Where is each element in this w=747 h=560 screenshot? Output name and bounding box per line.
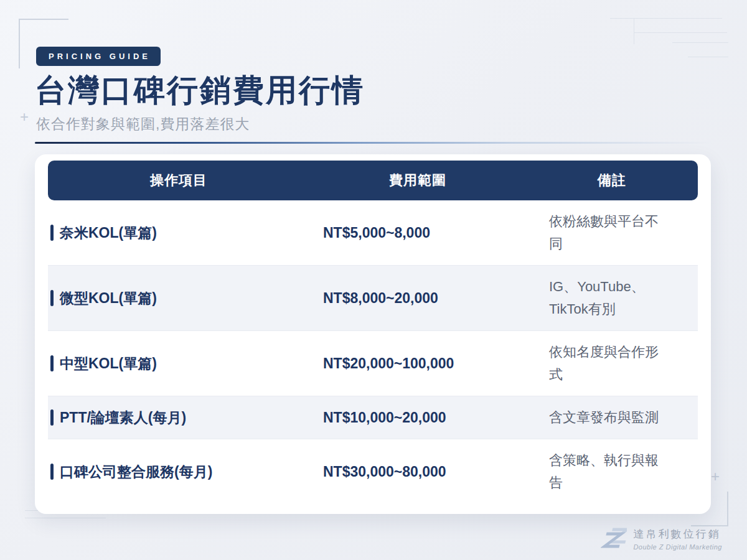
table-cell-item: PTT/論壇素人(每月) <box>48 396 309 439</box>
price-value: NT$10,000~20,000 <box>323 409 446 426</box>
price-value: NT$5,000~8,000 <box>323 225 430 241</box>
table-cell-note: 依粉絲數與平台不同 <box>526 200 698 265</box>
table-cell-note: 依知名度與合作形式 <box>526 331 698 396</box>
item-label: PTT/論壇素人(每月) <box>60 406 186 429</box>
decor-line <box>672 42 728 43</box>
note-text: 依知名度與合作形式 <box>549 341 664 386</box>
pricing-slide: + + PRICING GUIDE 台灣口碑行銷費用行情 依合作對象與範圍,費用… <box>0 0 747 560</box>
plus-mark-left: + <box>20 110 29 124</box>
table-cell-price: NT$8,000~20,000 <box>309 277 526 319</box>
decor-line <box>634 18 634 44</box>
logo-company-name: 達帛利數位行銷 <box>633 527 722 541</box>
table-cell-item: 口碑公司整合服務(每月) <box>48 450 309 493</box>
price-value: NT$8,000~20,000 <box>323 290 438 306</box>
note-text: 含文章發布與監測 <box>549 406 664 429</box>
price-value: NT$30,000~80,000 <box>323 464 446 480</box>
gradient-divider <box>35 142 712 144</box>
table-cell-price: NT$30,000~80,000 <box>309 450 526 493</box>
item-label: 奈米KOL(單篇) <box>60 222 157 244</box>
page-subtitle: 依合作對象與範圍,費用落差很大 <box>36 114 250 134</box>
table-cell-item: 中型KOL(單篇) <box>48 342 309 385</box>
note-text: 依粉絲數與平台不同 <box>549 210 664 255</box>
item-accent-bar <box>50 225 54 241</box>
logo-text-block: 達帛利數位行銷 Double Z Digital Marketing <box>633 527 722 551</box>
price-value: NT$20,000~100,000 <box>323 355 454 371</box>
table-row: PTT/論壇素人(每月) NT$10,000~20,000 含文章發布與監測 <box>48 396 698 439</box>
table-cell-item: 奈米KOL(單篇) <box>48 212 309 254</box>
table-cell-price: NT$20,000~100,000 <box>309 342 526 385</box>
double-z-logo-icon <box>601 526 627 551</box>
decor-line <box>25 518 106 518</box>
decor-line <box>634 32 727 33</box>
table-cell-note: 含文章發布與監測 <box>526 396 698 439</box>
column-header-price: 費用範圍 <box>309 171 526 190</box>
note-text: IG、YouTube、TikTok有別 <box>549 276 664 320</box>
pricing-guide-badge: PRICING GUIDE <box>36 47 161 66</box>
column-header-item: 操作項目 <box>48 171 309 190</box>
item-accent-bar <box>50 409 54 426</box>
table-row: 中型KOL(單篇) NT$20,000~100,000 依知名度與合作形式 <box>48 330 698 396</box>
item-label: 口碑公司整合服務(每月) <box>60 460 212 483</box>
decor-line <box>610 18 722 19</box>
decor-line <box>688 57 728 57</box>
table-header-row: 操作項目 費用範圍 備註 <box>48 161 698 200</box>
table-body: 奈米KOL(單篇) NT$5,000~8,000 依粉絲數與平台不同 微型KOL… <box>48 200 698 504</box>
item-accent-bar <box>50 290 54 306</box>
table-cell-item: 微型KOL(單篇) <box>48 277 309 319</box>
brand-logo: 達帛利數位行銷 Double Z Digital Marketing <box>601 526 722 551</box>
item-accent-bar <box>50 355 54 371</box>
page-title: 台灣口碑行銷費用行情 <box>35 70 365 111</box>
logo-company-name-en: Double Z Digital Marketing <box>633 543 722 551</box>
table-cell-price: NT$5,000~8,000 <box>309 212 526 254</box>
item-accent-bar <box>50 464 54 480</box>
table-row: 微型KOL(單篇) NT$8,000~20,000 IG、YouTube、Tik… <box>48 265 698 330</box>
table-row: 口碑公司整合服務(每月) NT$30,000~80,000 含策略、執行與報告 <box>48 439 698 504</box>
column-header-note: 備註 <box>526 171 698 190</box>
table-row: 奈米KOL(單篇) NT$5,000~8,000 依粉絲數與平台不同 <box>48 200 698 265</box>
item-label: 微型KOL(單篇) <box>60 287 157 309</box>
table-cell-price: NT$10,000~20,000 <box>309 396 526 439</box>
table-cell-note: 含策略、執行與報告 <box>526 439 698 504</box>
plus-mark-right: + <box>711 469 720 484</box>
pricing-table-card: 操作項目 費用範圍 備註 奈米KOL(單篇) NT$5,000~8,000 依粉… <box>35 154 711 514</box>
table-cell-note: IG、YouTube、TikTok有別 <box>526 266 698 330</box>
item-label: 中型KOL(單篇) <box>60 352 157 375</box>
note-text: 含策略、執行與報告 <box>549 449 664 494</box>
